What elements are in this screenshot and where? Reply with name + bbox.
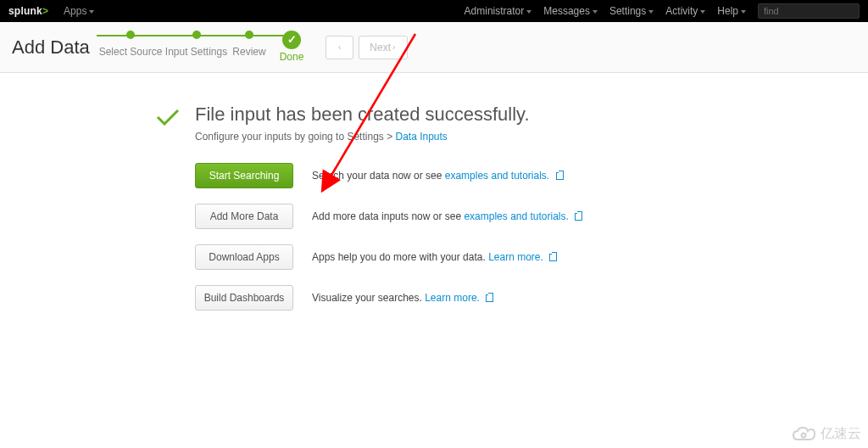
activity-menu[interactable]: Activity <box>665 5 705 17</box>
examples-tutorials-link[interactable]: examples and tutorials. <box>445 170 549 182</box>
chevron-left-icon: ‹ <box>338 42 341 52</box>
start-searching-button[interactable]: Start Searching <box>195 163 293 188</box>
external-link-icon <box>575 213 582 221</box>
wizard-steps: Select Source Input Settings Review Done <box>97 31 300 64</box>
page-title: Add Data <box>12 36 97 59</box>
messages-menu[interactable]: Messages <box>543 5 598 17</box>
action-desc: Search your data now or see examples and… <box>312 170 564 182</box>
apps-menu[interactable]: Apps <box>64 5 94 17</box>
watermark: 亿速云 <box>792 425 861 443</box>
wizard-nav-buttons: ‹ Next› <box>326 36 408 59</box>
data-inputs-link[interactable]: Data Inputs <box>395 131 447 143</box>
wizard-step-label: Review <box>232 46 265 58</box>
success-headline: File input has been created successfully… <box>195 104 868 126</box>
desc-prefix: Search your data now or see <box>312 170 445 182</box>
step-done-check-icon <box>282 31 301 49</box>
svg-point-1 <box>802 433 806 437</box>
desc-prefix: Visualize your searches. <box>312 292 425 304</box>
action-row-download-apps: Download Apps Apps help you do more with… <box>195 244 868 270</box>
download-apps-button[interactable]: Download Apps <box>195 244 293 270</box>
brand-text: splunk <box>8 5 42 17</box>
main-content: File input has been created successfully… <box>0 73 868 326</box>
help-menu[interactable]: Help <box>717 5 746 17</box>
next-button-label: Next <box>370 42 391 53</box>
wizard-connector <box>228 35 285 36</box>
chevron-down-icon <box>741 10 746 14</box>
action-desc: Add more data inputs now or see examples… <box>312 210 582 222</box>
step-dot-icon <box>245 31 253 39</box>
topbar: splunk> Apps Administrator Messages Sett… <box>0 0 868 22</box>
watermark-text: 亿速云 <box>821 425 861 443</box>
topbar-right: Administrator Messages Settings Activity… <box>465 3 860 19</box>
chevron-down-icon <box>700 10 705 14</box>
examples-tutorials-link[interactable]: examples and tutorials. <box>464 210 568 222</box>
step-dot-icon <box>192 31 201 39</box>
success-subline: Configure your inputs by going to Settin… <box>195 131 868 143</box>
next-button[interactable]: Next› <box>359 36 408 59</box>
chevron-down-icon <box>526 10 531 14</box>
global-search-input[interactable] <box>759 4 859 18</box>
success-check-icon <box>156 109 180 126</box>
wizard-step-label: Select Source <box>99 46 163 58</box>
global-search[interactable] <box>758 3 860 19</box>
settings-menu[interactable]: Settings <box>609 5 654 17</box>
brand-suffix: > <box>42 5 48 17</box>
action-row-start-searching: Start Searching Search your data now or … <box>195 163 868 188</box>
desc-prefix: Add more data inputs now or see <box>312 210 464 222</box>
action-row-add-more-data: Add More Data Add more data inputs now o… <box>195 204 868 229</box>
wizard-step-label: Done <box>280 51 304 63</box>
external-link-icon <box>556 172 564 180</box>
step-dot-icon <box>126 31 135 39</box>
chevron-right-icon: › <box>392 42 395 52</box>
desc-prefix: Apps help you do more with your data. <box>312 251 488 263</box>
external-link-icon <box>486 294 493 302</box>
action-row-build-dashboards: Build Dashboards Visualize your searches… <box>195 285 868 311</box>
page-header: Add Data Select Source Input Settings Re… <box>0 22 868 73</box>
chevron-down-icon <box>593 10 598 14</box>
brand-logo[interactable]: splunk> <box>8 5 48 17</box>
learn-more-link[interactable]: Learn more. <box>425 292 480 304</box>
wizard-step-label: Input Settings <box>165 46 227 58</box>
success-gutter <box>0 104 195 326</box>
chevron-down-icon <box>89 10 94 14</box>
build-dashboards-button[interactable]: Build Dashboards <box>195 285 293 311</box>
cloud-icon <box>792 427 817 442</box>
external-link-icon <box>549 254 557 261</box>
chevron-down-icon <box>648 10 654 14</box>
administrator-menu[interactable]: Administrator <box>465 5 532 17</box>
back-button[interactable]: ‹ <box>326 36 353 59</box>
subline-prefix: Configure your inputs by going to Settin… <box>195 131 395 143</box>
add-more-data-button[interactable]: Add More Data <box>195 204 293 229</box>
content-column: File input has been created successfully… <box>195 104 868 326</box>
apps-menu-label: Apps <box>64 5 86 17</box>
action-desc: Visualize your searches. Learn more. <box>312 292 493 304</box>
learn-more-link[interactable]: Learn more. <box>488 251 543 263</box>
action-desc: Apps help you do more with your data. Le… <box>312 251 557 263</box>
